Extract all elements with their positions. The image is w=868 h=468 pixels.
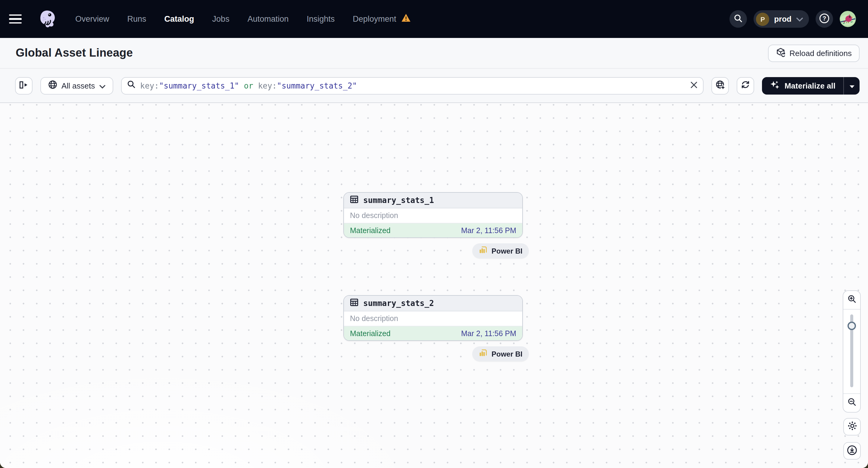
asset-description: No description <box>344 209 522 223</box>
powerbi-icon <box>479 246 487 256</box>
status-badge: Materialized <box>350 226 391 235</box>
nav-overview[interactable]: Overview <box>75 14 109 24</box>
page-header: Global Asset Lineage Reload definitions <box>0 38 868 69</box>
materialize-all-button[interactable]: Materialize all <box>762 77 843 94</box>
asset-node-header: summary_stats_2 <box>344 296 522 311</box>
zoom-out-icon <box>847 398 856 408</box>
reload-definitions-label: Reload definitions <box>789 49 852 58</box>
materialization-timestamp[interactable]: Mar 2, 11:56 PM <box>461 226 516 235</box>
globe-icon <box>48 80 57 91</box>
zoom-slider[interactable] <box>843 309 860 394</box>
zoom-out-button[interactable] <box>843 394 860 412</box>
asset-search-input[interactable]: key:"summary_stats_1" or key:"summary_st… <box>121 77 704 94</box>
table-icon <box>350 298 359 309</box>
reload-definitions-button[interactable]: Reload definitions <box>768 44 860 62</box>
svg-text:?: ? <box>823 15 826 21</box>
globe-add-icon <box>716 80 725 91</box>
asset-name: summary_stats_1 <box>363 196 434 205</box>
search-button[interactable] <box>730 10 747 28</box>
materialization-timestamp[interactable]: Mar 2, 11:56 PM <box>461 329 516 338</box>
nav-jobs[interactable]: Jobs <box>212 14 229 24</box>
page-title: Global Asset Lineage <box>16 46 133 60</box>
clear-search-button[interactable] <box>691 81 698 90</box>
powerbi-tag-label: Power BI <box>492 247 523 255</box>
sparkles-icon <box>770 80 780 91</box>
asset-status-row: Materialized Mar 2, 11:56 PM <box>344 326 522 340</box>
search-query: key:"summary_stats_1" or key:"summary_st… <box>140 81 357 90</box>
status-badge: Materialized <box>350 329 391 338</box>
nav-runs[interactable]: Runs <box>127 14 146 24</box>
deployment-name: prod <box>774 14 792 24</box>
warning-icon <box>401 13 410 25</box>
asset-status-row: Materialized Mar 2, 11:56 PM <box>344 223 522 237</box>
toggle-asset-panel-button[interactable] <box>15 77 33 94</box>
chevron-down-icon <box>796 14 803 24</box>
browser-viewport: Overview Runs Catalog Jobs Automation In… <box>0 0 868 468</box>
nav-deployment[interactable]: Deployment <box>353 13 410 25</box>
refresh-icon <box>741 80 750 91</box>
asset-filter-label: All assets <box>61 81 95 90</box>
nav-right-cluster: P prod ? <box>730 10 856 28</box>
gear-icon <box>847 421 857 433</box>
user-avatar[interactable] <box>840 11 856 27</box>
top-nav: Overview Runs Catalog Jobs Automation In… <box>0 0 868 38</box>
chevron-down-icon <box>99 81 105 90</box>
materialize-all-split-button: Materialize all <box>762 77 860 94</box>
zoom-controls <box>843 290 861 413</box>
dagster-app: Overview Runs Catalog Jobs Automation In… <box>0 0 868 468</box>
asset-node-summary-stats-1[interactable]: summary_stats_1 No description Materiali… <box>343 192 523 238</box>
materialize-all-label: Materialize all <box>784 81 835 90</box>
search-icon <box>734 13 743 24</box>
asset-filter-dropdown[interactable]: All assets <box>40 77 113 94</box>
clear-icon <box>691 81 698 90</box>
help-icon: ? <box>819 13 830 25</box>
table-icon <box>350 195 359 206</box>
zoom-in-button[interactable] <box>843 291 860 309</box>
create-catalog-view-button[interactable] <box>712 77 729 94</box>
materialize-options-caret[interactable] <box>843 77 860 94</box>
nav-automation[interactable]: Automation <box>248 14 289 24</box>
asset-description: No description <box>344 311 522 326</box>
dagster-logo[interactable] <box>37 9 57 29</box>
lineage-toolbar: All assets key:"summary_stats_1" or key:… <box>0 69 868 103</box>
zoom-slider-handle[interactable] <box>847 322 856 330</box>
zoom-in-icon <box>847 294 856 305</box>
download-icon <box>847 445 857 457</box>
download-image-button[interactable] <box>843 442 861 460</box>
panel-toggle-icon <box>19 81 28 91</box>
hamburger-icon <box>9 14 22 15</box>
hamburger-menu-button[interactable] <box>9 9 30 29</box>
lineage-settings-button[interactable] <box>843 418 861 435</box>
powerbi-icon <box>479 349 487 359</box>
deployment-switcher[interactable]: P prod <box>753 10 809 28</box>
powerbi-tag-2[interactable]: Power BI <box>472 346 529 362</box>
refresh-button[interactable] <box>737 77 754 94</box>
asset-node-summary-stats-2[interactable]: summary_stats_2 No description Materiali… <box>343 295 523 341</box>
powerbi-tag-label: Power BI <box>492 350 523 358</box>
asset-name: summary_stats_2 <box>363 299 434 308</box>
lineage-canvas[interactable]: summary_stats_1 No description Materiali… <box>0 103 868 468</box>
asset-node-header: summary_stats_1 <box>344 193 522 209</box>
help-button[interactable]: ? <box>815 10 833 28</box>
nav-catalog[interactable]: Catalog <box>164 14 194 24</box>
reload-cube-icon <box>776 47 785 59</box>
primary-nav: Overview Runs Catalog Jobs Automation In… <box>75 13 410 25</box>
magnifier-icon <box>127 80 135 91</box>
deployment-initial-badge: P <box>756 12 769 26</box>
powerbi-tag-1[interactable]: Power BI <box>472 243 529 258</box>
nav-insights[interactable]: Insights <box>307 14 335 24</box>
caret-down-icon <box>849 81 855 90</box>
